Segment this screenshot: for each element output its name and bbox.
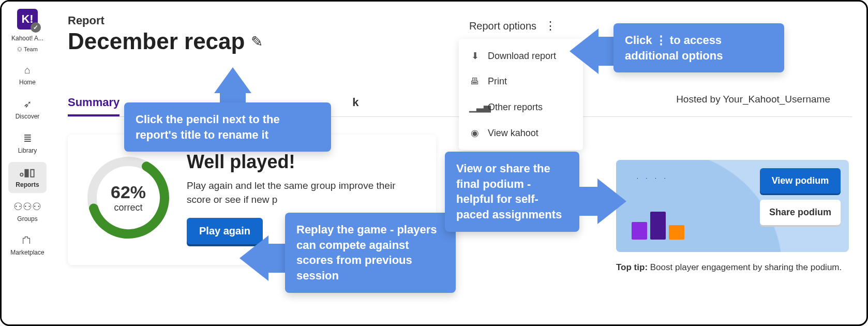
groups-icon: ⚇⚇⚇: [10, 200, 44, 213]
menu-download-report[interactable]: ⬇ Download report: [459, 43, 583, 69]
top-tip: Top tip: Boost player engagement by shar…: [616, 261, 849, 274]
sidebar: K! ✓ Kahoot! A... ⚇ Team ⌂ Home ➶ Discov…: [2, 2, 53, 324]
arrow-left-icon: [570, 28, 598, 74]
top-tip-body: Boost player engagement by sharing the p…: [648, 262, 842, 272]
brand-logo[interactable]: K! ✓: [17, 9, 38, 29]
arrow-right-tail: [575, 187, 597, 216]
report-options-label: Report options: [469, 20, 536, 32]
report-title: December recap: [68, 28, 245, 54]
print-icon: 🖶: [469, 76, 481, 87]
view-kahoot-icon: ◉: [469, 127, 481, 139]
arrow-up-icon: [214, 67, 251, 93]
nav-label: Discover: [16, 113, 40, 120]
menu-other-reports[interactable]: ▁▃▅ Other reports: [459, 94, 583, 120]
nav-label: Marketplace: [10, 249, 44, 256]
download-icon: ⬇: [469, 50, 481, 62]
callout-replay-arrow: [240, 235, 291, 281]
hosted-by: Hosted by Your_Kahoot_Username: [676, 94, 830, 105]
discover-icon: ➶: [10, 98, 44, 110]
view-podium-button[interactable]: View podium: [760, 168, 841, 194]
brand-label: Kahoot! A...: [11, 35, 43, 42]
top-tip-prefix: Top tip:: [616, 262, 648, 272]
correct-label: correct: [114, 202, 142, 213]
podium-block-3: [669, 225, 684, 240]
podium-card: · · · · View podium Share podium: [616, 160, 849, 252]
callout-kebab: Click ⋮ to access additional options: [613, 23, 784, 72]
menu-view-kahoot[interactable]: ◉ View kahoot: [459, 120, 583, 146]
callout-podium: View or share the final podium - helpful…: [445, 152, 579, 232]
nav-library[interactable]: ≣ Library: [8, 128, 47, 159]
report-options: Report options ⋮: [469, 19, 556, 33]
podium-block-2: [632, 222, 647, 240]
nav-discover[interactable]: ➶ Discover: [8, 94, 47, 125]
card-text: Play again and let the same group improv…: [187, 179, 409, 206]
tab-summary[interactable]: Summary: [68, 91, 119, 116]
menu-label: Other reports: [488, 102, 543, 113]
nav-label: Home: [19, 79, 36, 86]
arrow-left-icon: [240, 235, 268, 281]
callout-replay: Replay the game - players can compete ag…: [285, 213, 456, 293]
verified-check-icon: ✓: [31, 22, 41, 33]
correct-ring: 62% correct: [84, 154, 172, 242]
home-icon: ⌂: [10, 64, 44, 76]
nav-home[interactable]: ⌂ Home: [8, 60, 47, 91]
arrow-right-icon: [597, 179, 626, 224]
options-menu: ⬇ Download report 🖶 Print ▁▃▅ Other repo…: [459, 39, 583, 150]
marketplace-icon: ⛫: [10, 234, 44, 246]
menu-label: Download report: [488, 51, 556, 62]
nav-groups[interactable]: ⚇⚇⚇ Groups: [8, 196, 47, 227]
nav-label: Reports: [16, 181, 39, 188]
nav-label: Library: [18, 147, 37, 154]
ring-center: 62% correct: [84, 154, 172, 242]
reports-icon: ₒ▮▯: [10, 166, 44, 179]
nav-label: Groups: [17, 215, 37, 223]
brand-team: ⚇ Team: [17, 46, 38, 53]
tab-partial[interactable]: k: [352, 91, 358, 116]
other-reports-icon: ▁▃▅: [469, 101, 481, 113]
kebab-icon[interactable]: ⋮: [545, 19, 556, 33]
menu-print[interactable]: 🖶 Print: [459, 69, 583, 94]
nav-marketplace[interactable]: ⛫ Marketplace: [8, 230, 47, 261]
nav-reports[interactable]: ₒ▮▯ Reports: [8, 162, 47, 193]
callout-podium-arrow: [575, 179, 626, 224]
podium-art: [632, 212, 684, 240]
menu-label: View kahoot: [488, 128, 538, 139]
podium-buttons: View podium Share podium: [760, 168, 841, 225]
callout-pencil: Click the pencil next to the report's ti…: [124, 102, 331, 152]
card-heading: Well played!: [187, 151, 409, 173]
podium-block-1: [650, 212, 666, 240]
pencil-icon[interactable]: ✎: [251, 33, 263, 50]
correct-percent: 62%: [111, 182, 146, 202]
share-podium-button[interactable]: Share podium: [760, 200, 841, 225]
confetti-icon: · · · ·: [637, 175, 668, 181]
library-icon: ≣: [10, 132, 44, 144]
menu-label: Print: [488, 76, 507, 87]
